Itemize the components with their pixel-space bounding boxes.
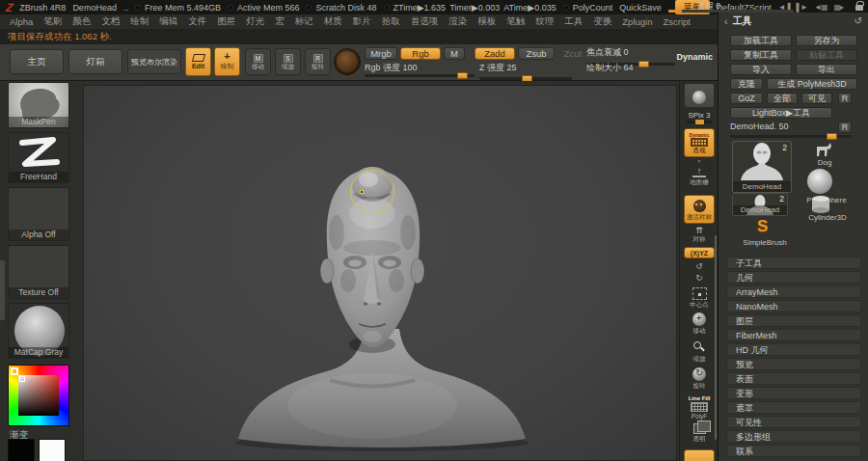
frame-center-button[interactable]: 中心点 — [684, 287, 715, 308]
menu-light[interactable]: 灯光 — [246, 15, 264, 28]
progress-handle[interactable] — [668, 10, 682, 13]
menu-color[interactable]: 颜色 — [72, 15, 91, 28]
rgb-button[interactable]: Rgb — [400, 47, 441, 60]
z-intensity-slider[interactable]: Z 强度 25 — [479, 62, 517, 74]
tray-toggle-right-icon[interactable]: ▌► — [796, 3, 807, 12]
section-nanomesh[interactable]: NanoMesh — [726, 300, 861, 312]
load-tool-button[interactable]: 加载工具 — [730, 35, 792, 46]
alpha-selector[interactable]: Alpha Off — [8, 187, 69, 241]
tool-dog[interactable] — [813, 141, 834, 159]
draw-size-slider[interactable]: 绘制大小 64 — [586, 62, 634, 74]
clipped-shelf-button[interactable] — [684, 449, 715, 461]
secondary-color-swatch[interactable] — [39, 439, 66, 461]
menu-layer[interactable]: 图层 — [217, 15, 235, 28]
paste-tool-button[interactable]: 粘贴工具 — [796, 49, 857, 61]
spix-slider[interactable]: SPix 3 — [684, 111, 715, 123]
draw-button[interactable]: + 绘制 — [214, 47, 240, 76]
tool-polysphere[interactable] — [807, 169, 832, 194]
radial-sym-cw-icon[interactable]: ↻ — [684, 273, 715, 283]
perspective-button[interactable]: Dynamic 透视 — [684, 128, 715, 157]
zsub-button[interactable]: Zsub — [518, 47, 555, 60]
menu-zscript[interactable]: Zscript — [663, 16, 691, 27]
menu-texture[interactable]: 纹理 — [535, 15, 554, 28]
active-tool-track[interactable] — [730, 135, 852, 138]
texture-selector[interactable]: Texture Off — [8, 245, 69, 299]
floor-grid-button[interactable]: ↑ 地面栅 — [684, 167, 715, 185]
section-geometry[interactable]: 几何 — [726, 271, 861, 284]
focal-shift-slider[interactable]: 焦点衰减 0 — [586, 46, 629, 59]
activate-symmetry-button[interactable]: 激活对称 — [684, 195, 715, 224]
menu-transform[interactable]: 变换 — [593, 15, 611, 28]
section-subtool[interactable]: 子工具 — [726, 257, 861, 269]
menu-stencil[interactable]: 模板 — [477, 15, 496, 28]
simplebrush-icon[interactable]: S — [757, 217, 768, 236]
lightbox-tool-button[interactable]: LightBox▶工具 — [730, 107, 832, 119]
symmetry-axis-button[interactable]: (X)YZ — [684, 247, 715, 258]
menu-brush[interactable]: 笔刷 — [43, 15, 62, 28]
rgb-intensity-track[interactable] — [365, 74, 475, 77]
material-selector[interactable]: MatCap Gray — [8, 303, 69, 359]
active-tool-r-button[interactable]: R — [838, 122, 852, 133]
menu-edit[interactable]: 编辑 — [159, 15, 177, 28]
quicksave-button[interactable]: QuickSave — [619, 3, 662, 13]
tool-cylinder3d[interactable] — [809, 195, 832, 215]
current-material-button[interactable] — [334, 48, 361, 75]
goz-r-button[interactable]: R — [838, 93, 852, 104]
menu-tool[interactable]: 工具 — [564, 15, 583, 28]
menu-alpha[interactable]: Alpha — [10, 16, 33, 27]
lock-icon[interactable] — [855, 5, 863, 11]
menu-zplugin[interactable]: Zplugin — [622, 16, 652, 27]
goz-button[interactable]: GoZ — [730, 93, 763, 104]
section-fibermesh[interactable]: FiberMesh — [726, 329, 861, 341]
active-tool-slider[interactable]: DemoHead. 50 — [730, 122, 789, 131]
menu-macro[interactable]: 宏 — [275, 15, 285, 28]
make-polymesh-button[interactable]: 生成 PolyMesh3D — [767, 78, 857, 90]
menu-render[interactable]: 渲染 — [448, 15, 467, 28]
zadd-button[interactable]: Zadd — [475, 47, 515, 60]
menu-picker[interactable]: 拾取 — [382, 15, 400, 28]
selected-tool-thumbnail[interactable]: 2 DemoHead — [732, 141, 792, 193]
color-picker[interactable] — [8, 365, 69, 426]
section-masking[interactable]: 遮罩 — [726, 401, 861, 414]
radial-sym-ccw-icon[interactable]: ↺ — [684, 261, 715, 271]
import-button[interactable]: 导入 — [730, 64, 792, 75]
stroke-selector[interactable]: FreeHand — [8, 132, 69, 183]
menu-document[interactable]: 文档 — [101, 15, 120, 28]
lightbox-tab[interactable]: 灯箱 — [68, 49, 122, 74]
menu-preferences[interactable]: 首选项 — [411, 15, 439, 28]
nav-move-button[interactable]: + 移动 — [684, 312, 715, 334]
section-arraymesh[interactable]: ArrayMesh — [726, 285, 861, 298]
menu-marker[interactable]: 标记 — [295, 15, 313, 28]
preview-boolean-button[interactable]: 预览布尔渲染 — [127, 49, 181, 74]
panel-history-icon[interactable]: ↺ — [854, 15, 862, 26]
palette-dock-left-icon[interactable]: ◄▦ — [814, 3, 827, 12]
clone-button[interactable]: 克隆 — [730, 78, 763, 90]
nav-rotate-button[interactable]: ↻ 旋转 — [684, 367, 715, 389]
canvas-area[interactable] — [77, 81, 679, 461]
dynamic-mode-label[interactable]: Dynamic — [676, 52, 713, 62]
export-button[interactable]: 导出 — [796, 64, 857, 75]
section-polygroups[interactable]: 多边形组 — [726, 430, 861, 443]
document-viewport[interactable] — [83, 85, 677, 461]
copy-tool-button[interactable]: 复制工具 — [730, 49, 792, 61]
z-intensity-track[interactable] — [479, 77, 572, 80]
goz-visible-button[interactable]: 可见 — [801, 93, 832, 104]
section-hd-geometry[interactable]: HD 几何 — [726, 343, 861, 356]
nav-scale-button[interactable]: 缩放 — [684, 340, 715, 362]
goz-all-button[interactable]: 全部 — [767, 93, 798, 104]
menu-material[interactable]: 材质 — [324, 15, 342, 28]
rgb-intensity-slider[interactable]: Rgb 强度 100 — [365, 62, 418, 74]
menu-file[interactable]: 文件 — [188, 15, 206, 28]
palette-dock-right-icon[interactable]: ▦▸ — [833, 3, 843, 12]
polyframe-button[interactable]: Line Fill PolyF — [684, 395, 715, 420]
tray-divider-handle[interactable] — [0, 260, 5, 320]
transparency-button[interactable]: 透明 — [684, 423, 715, 442]
menu-movie[interactable]: 影片 — [353, 15, 371, 28]
rgb-intensity-handle[interactable] — [457, 72, 468, 79]
m-button[interactable]: M — [444, 47, 465, 60]
zbrush-logo-icon[interactable]: Z — [5, 3, 14, 13]
symmetry-button[interactable]: ⇈ 对称 — [684, 227, 715, 242]
section-layers[interactable]: 图层 — [726, 314, 861, 327]
shelf-divider-caret-icon[interactable]: ▼ — [684, 158, 715, 164]
zcut-button[interactable]: Zcut — [558, 47, 587, 60]
